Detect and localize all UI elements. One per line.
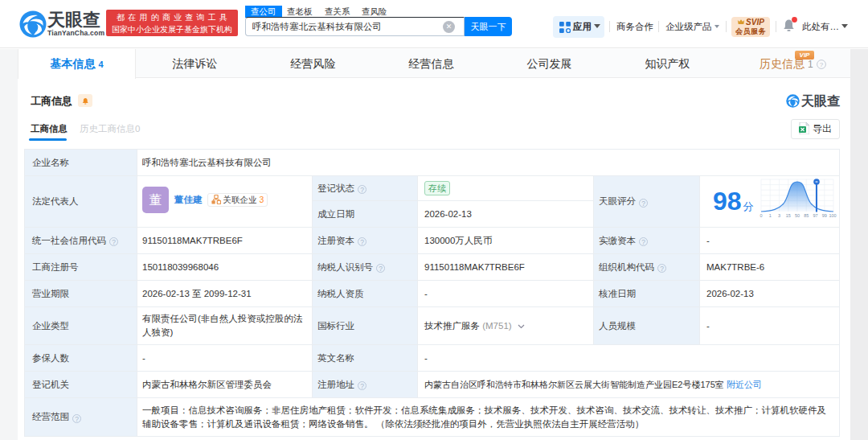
svg-text:15: 15: [786, 213, 791, 218]
svg-text:99: 99: [822, 213, 827, 218]
svg-text:50: 50: [795, 213, 800, 218]
svg-text:100: 100: [829, 213, 836, 218]
svg-text:1: 1: [769, 213, 772, 218]
svg-text:0: 0: [760, 213, 762, 218]
svg-text:?: ?: [819, 61, 823, 68]
svg-text:97: 97: [813, 213, 817, 218]
svg-text:85: 85: [804, 213, 809, 218]
svg-text:3: 3: [778, 213, 780, 218]
